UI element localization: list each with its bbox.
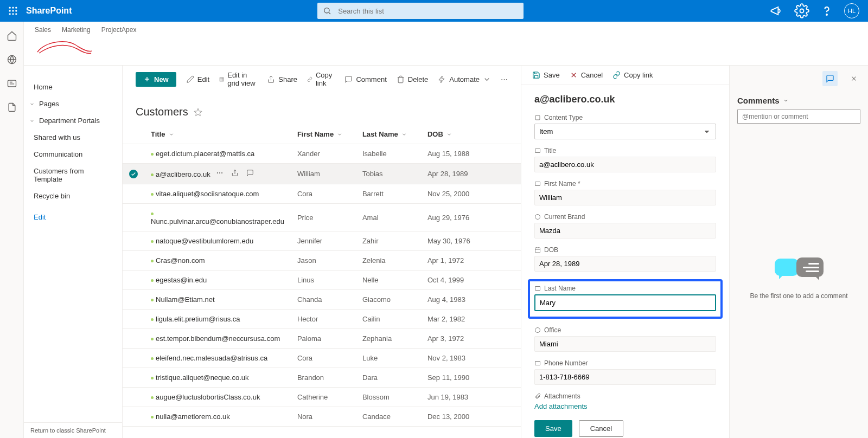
svg-point-17: [221, 172, 222, 173]
return-classic-link[interactable]: Return to classic SharePoint: [24, 422, 122, 438]
user-avatar[interactable]: HL: [844, 3, 859, 18]
panel-save[interactable]: Save: [532, 71, 560, 79]
table-row[interactable]: egestas@in.eduLinusNelleOct 4, 1999: [123, 270, 521, 290]
panel-copylink[interactable]: Copy link: [612, 71, 653, 79]
row-dob: Sep 11, 1990: [421, 368, 521, 388]
share-icon: [267, 75, 275, 83]
table-row[interactable]: augue@luctuslobortisClass.co.ukCatherine…: [123, 388, 521, 407]
row-firstname: Paloma: [291, 329, 356, 349]
svg-point-10: [800, 9, 804, 13]
office-input[interactable]: [534, 336, 716, 352]
site-nav-sales[interactable]: Sales: [35, 26, 51, 34]
table-row[interactable]: natoque@vestibulumlorem.eduJenniferZahir…: [123, 231, 521, 251]
comments-toggle[interactable]: [822, 71, 838, 86]
comment-input[interactable]: [737, 110, 860, 124]
share-button[interactable]: Share: [267, 75, 297, 83]
app-name[interactable]: SharePoint: [26, 6, 72, 16]
table-row[interactable]: Nullam@Etiam.netChandaGiacomoAug 4, 1983: [123, 290, 521, 310]
text-icon: [534, 360, 541, 366]
row-firstname: Nora: [291, 407, 356, 427]
col-lastname[interactable]: Last Name: [362, 130, 398, 138]
table-row[interactable]: eget.dictum.placerat@mattis.caXanderIsab…: [123, 144, 521, 164]
comment-icon[interactable]: [246, 169, 254, 177]
search-box[interactable]: [317, 3, 524, 19]
col-title[interactable]: Title: [151, 130, 165, 138]
title-input[interactable]: [534, 157, 716, 172]
more-icon[interactable]: [216, 169, 224, 177]
table-row[interactable]: tristique.aliquet@neque.co.ukBrandonDara…: [123, 368, 521, 388]
row-dob: May 30, 1976: [421, 231, 521, 251]
row-lastname: Giacomo: [356, 290, 421, 310]
delete-button[interactable]: Delete: [397, 75, 429, 83]
dob-input[interactable]: [534, 256, 716, 272]
search-input[interactable]: [337, 7, 524, 16]
edit-button[interactable]: Edit: [186, 75, 209, 83]
edit-grid-button[interactable]: Edit in grid view: [219, 71, 257, 87]
chat-icon: [826, 74, 834, 83]
table-row[interactable]: nulla@ametlorem.co.ukNoraCandaceDec 13, …: [123, 407, 521, 427]
col-dob[interactable]: DOB: [427, 130, 443, 138]
pencil-icon: [186, 75, 194, 83]
content-type-select[interactable]: Item: [534, 124, 716, 139]
home-icon[interactable]: [7, 30, 17, 41]
nav-shared[interactable]: Shared with us: [24, 129, 122, 146]
firstname-input[interactable]: [534, 190, 716, 205]
svg-point-24: [535, 328, 540, 333]
svg-point-0: [9, 7, 11, 9]
add-attachments-link[interactable]: Add attachments: [534, 402, 716, 410]
more-button[interactable]: ⋯: [501, 75, 508, 83]
globe-icon[interactable]: [7, 54, 17, 65]
new-button[interactable]: New: [136, 72, 176, 87]
news-icon[interactable]: [7, 78, 17, 89]
automate-button[interactable]: Automate: [438, 75, 491, 83]
col-firstname[interactable]: First Name: [297, 130, 334, 138]
cancel-button[interactable]: Cancel: [579, 420, 623, 437]
nav-home[interactable]: Home: [24, 79, 122, 95]
nav-customers-template[interactable]: Customers from Template: [24, 163, 122, 188]
comments-title: Comments: [737, 96, 860, 105]
nav-dept-portals[interactable]: Department Portals: [24, 112, 122, 129]
row-check-icon[interactable]: [129, 170, 138, 178]
attachment-icon: [534, 393, 541, 400]
site-nav-projectapex[interactable]: ProjectApex: [101, 26, 137, 34]
megaphone-icon[interactable]: [769, 3, 784, 18]
table-row[interactable]: vitae.aliquet@sociisnatoque.comCoraBarre…: [123, 184, 521, 204]
favorite-star-icon[interactable]: [194, 108, 202, 117]
nav-edit[interactable]: Edit: [24, 209, 122, 226]
help-icon[interactable]: [819, 3, 834, 18]
app-launcher[interactable]: [4, 2, 22, 20]
settings-icon[interactable]: [794, 3, 809, 18]
svg-point-4: [12, 10, 14, 11]
share-icon[interactable]: [231, 169, 239, 177]
table-row[interactable]: Cras@non.comJasonZeleniaApr 1, 1972: [123, 251, 521, 270]
calendar-icon: [534, 247, 541, 253]
comment-button[interactable]: Comment: [344, 75, 386, 83]
table-row[interactable]: a@aclibero.co.ukWilliamTobiasApr 28, 198…: [123, 164, 521, 184]
svg-point-5: [15, 10, 17, 11]
svg-point-7: [12, 13, 14, 15]
panel-cancel[interactable]: Cancel: [570, 71, 603, 79]
brand-input[interactable]: [534, 223, 716, 239]
lastname-input[interactable]: [534, 294, 716, 311]
site-logo[interactable]: [35, 37, 857, 59]
row-lastname: Nelle: [356, 270, 421, 290]
table-row[interactable]: Nunc.pulvinar.arcu@conubianostraper.eduP…: [123, 204, 521, 231]
row-lastname: Amal: [356, 204, 421, 231]
table-row[interactable]: ligula.elit.pretium@risus.caHectorCailin…: [123, 310, 521, 329]
site-nav-marketing[interactable]: Marketing: [62, 26, 91, 34]
svg-rect-20: [535, 182, 540, 186]
row-firstname: Chanda: [291, 290, 356, 310]
table-row[interactable]: est.tempor.bibendum@neccursusa.comPaloma…: [123, 329, 521, 349]
nav-recycle[interactable]: Recycle bin: [24, 188, 122, 204]
row-title: Nullam@Etiam.net: [156, 295, 215, 304]
phone-input[interactable]: [534, 369, 716, 385]
close-panel[interactable]: [846, 71, 861, 86]
content-type-icon: [534, 114, 541, 121]
nav-communication[interactable]: Communication: [24, 146, 122, 163]
files-icon[interactable]: [7, 102, 17, 113]
nav-pages[interactable]: Pages: [24, 95, 122, 112]
table-row[interactable]: eleifend.nec.malesuada@atrisus.caCoraLuk…: [123, 349, 521, 368]
copylink-button[interactable]: Copy link: [307, 71, 335, 87]
chevron-down-icon: [29, 118, 35, 124]
save-button[interactable]: Save: [534, 420, 572, 437]
